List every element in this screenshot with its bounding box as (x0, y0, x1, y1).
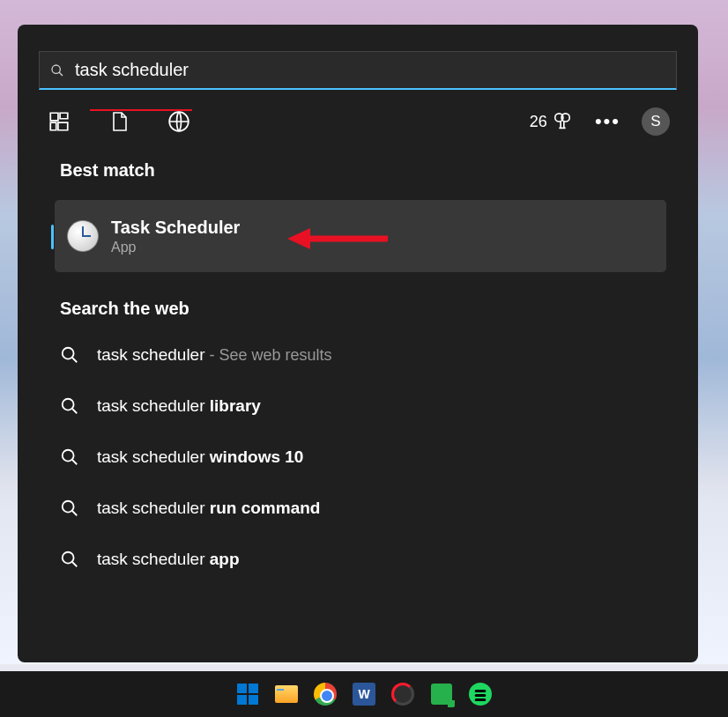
search-icon (60, 396, 79, 416)
search-icon (60, 447, 79, 467)
task-scheduler-icon (67, 220, 99, 252)
filter-toolbar: 26 ••• S (18, 90, 698, 153)
web-result[interactable]: task scheduler run command (60, 483, 656, 534)
svg-line-12 (72, 511, 78, 516)
file-explorer-icon[interactable] (273, 681, 300, 707)
svg-point-5 (63, 348, 74, 359)
more-options-button[interactable]: ••• (595, 110, 620, 133)
web-filter-icon[interactable] (166, 108, 192, 135)
svg-point-7 (63, 399, 74, 410)
search-bar[interactable] (39, 51, 677, 90)
web-result-text: task scheduler library (97, 396, 261, 416)
web-result-text: task scheduler run command (97, 499, 320, 518)
svg-line-1 (59, 72, 63, 76)
avatar-initial: S (650, 113, 660, 130)
result-subtitle: App (111, 240, 240, 255)
spellcheck-underline (90, 109, 192, 111)
svg-point-9 (63, 450, 74, 462)
result-title: Task Scheduler (111, 218, 240, 238)
search-icon (50, 63, 64, 78)
svg-line-14 (72, 562, 78, 567)
web-result-text: task scheduler - See web results (97, 345, 332, 365)
start-button[interactable] (234, 681, 261, 707)
opera-icon[interactable] (390, 681, 416, 707)
rewards-count: 26 (530, 113, 547, 131)
user-avatar[interactable]: S (642, 107, 670, 136)
svg-point-11 (63, 501, 74, 513)
svg-line-6 (72, 358, 78, 363)
search-icon (60, 345, 79, 365)
search-panel: 26 ••• S Best match Task Scheduler App S… (18, 25, 698, 662)
svg-point-13 (63, 552, 74, 564)
svg-line-8 (72, 409, 78, 414)
web-result-text: task scheduler windows 10 (97, 447, 303, 467)
rewards-button[interactable]: 26 (530, 112, 572, 131)
chat-icon[interactable] (428, 681, 455, 707)
apps-filter-icon[interactable] (46, 108, 72, 135)
rewards-icon (553, 112, 572, 131)
web-result[interactable]: task scheduler app (60, 534, 656, 585)
spotify-icon[interactable] (467, 681, 494, 707)
taskbar: W (0, 671, 728, 717)
best-match-result[interactable]: Task Scheduler App (55, 200, 666, 272)
selection-indicator (51, 225, 54, 249)
web-result-text: task scheduler app (97, 550, 240, 569)
web-results-list: task scheduler - See web results task sc… (18, 329, 698, 585)
web-heading: Search the web (18, 272, 698, 329)
svg-point-0 (52, 65, 60, 73)
web-result[interactable]: task scheduler library (60, 381, 656, 432)
web-result[interactable]: task scheduler - See web results (60, 329, 656, 381)
word-icon[interactable]: W (351, 681, 377, 707)
svg-line-10 (72, 460, 78, 465)
search-icon (60, 550, 79, 569)
search-input[interactable] (73, 59, 665, 81)
best-match-heading: Best match (18, 153, 698, 191)
annotation-arrow (287, 226, 388, 251)
web-result[interactable]: task scheduler windows 10 (60, 432, 656, 483)
search-icon (60, 499, 79, 518)
documents-filter-icon[interactable] (106, 108, 132, 135)
chrome-icon[interactable] (312, 681, 338, 707)
